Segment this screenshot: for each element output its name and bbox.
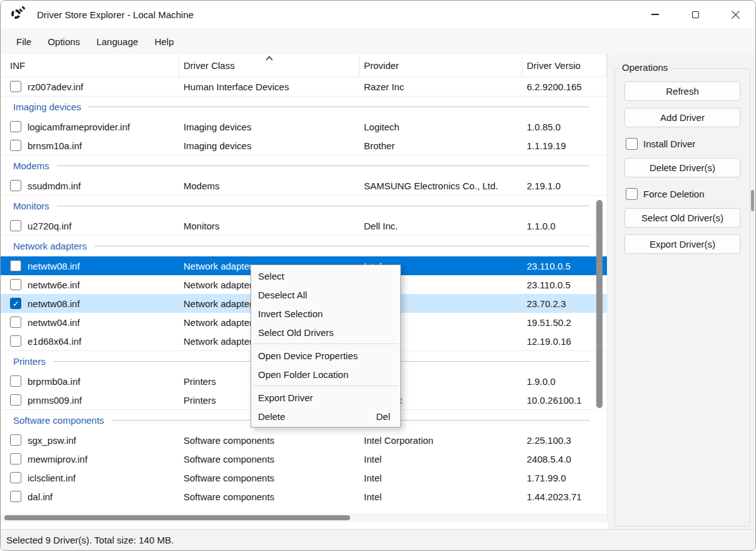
menu-item-language[interactable]: Language — [88, 28, 147, 55]
horizontal-scrollbar-thumb[interactable] — [4, 515, 350, 520]
inf-cell: prnms009.inf — [1, 394, 179, 406]
column-header-inf[interactable]: INF — [1, 55, 179, 76]
context-menu-item-select-old-drivers[interactable]: Select Old Drivers — [251, 323, 400, 342]
context-menu-item-label: Deselect All — [258, 290, 307, 300]
status-bar: Selected 9 Driver(s). Total size: 140 MB… — [1, 529, 755, 550]
menu-item-file[interactable]: File — [8, 28, 39, 55]
row-checkbox[interactable] — [10, 180, 21, 191]
vertical-scrollbar-thumb[interactable] — [596, 200, 603, 408]
checkbox-force-deletion[interactable] — [626, 188, 638, 200]
version-cell: 10.0.26100.1 — [522, 395, 607, 406]
group-header-monitors[interactable]: Monitors — [1, 195, 607, 216]
inf-cell: brnsm10a.inf — [1, 140, 179, 151]
context-menu-item-select[interactable]: Select — [251, 266, 400, 285]
checkbox-install-driver[interactable] — [626, 138, 638, 150]
inf-name: iclsclient.inf — [28, 473, 76, 483]
row-checkbox[interactable] — [10, 434, 21, 446]
row-checkbox[interactable] — [10, 121, 21, 132]
operations-checkbox-install-driver[interactable]: Install Driver — [626, 138, 740, 150]
inf-cell: e1d68x64.inf — [1, 335, 179, 347]
group-header-modems[interactable]: Modems — [1, 155, 607, 176]
operations-button-select-old-driver-s[interactable]: Select Old Driver(s) — [624, 208, 740, 228]
group-header-network-adapters[interactable]: Network adapters — [1, 235, 607, 256]
column-header-driver-class[interactable]: Driver Class — [179, 55, 360, 76]
group-header-imaging-devices[interactable]: Imaging devices — [1, 96, 607, 117]
driver-class-cell: Software components — [179, 491, 360, 502]
menu-item-help[interactable]: Help — [147, 28, 182, 55]
menu-item-options[interactable]: Options — [39, 28, 88, 55]
provider-cell: Dell Inc. — [360, 221, 522, 231]
row-checkbox[interactable] — [10, 81, 21, 92]
driver-row[interactable]: iclsclient.infSoftware componentsIntel1.… — [1, 468, 607, 487]
list-header: INFDriver ClassProviderDriver Versio — [1, 55, 607, 77]
driver-row[interactable]: rz007adev.infHuman Interface DevicesRaze… — [1, 77, 607, 96]
operations-groupbox: Operations RefreshAdd DriverInstall Driv… — [614, 68, 750, 527]
context-menu-item-label: Open Device Properties — [258, 350, 358, 361]
operations-panel: Operations RefreshAdd DriverInstall Driv… — [608, 55, 755, 530]
row-checkbox[interactable] — [10, 472, 21, 483]
driver-row[interactable]: dal.infSoftware componentsIntel1.44.2023… — [1, 487, 607, 506]
column-header-provider[interactable]: Provider — [360, 55, 522, 76]
inf-cell: netwtw04.inf — [1, 317, 179, 328]
context-menu-item-open-folder-location[interactable]: Open Folder Location — [251, 365, 400, 384]
column-header-label: Provider — [364, 60, 399, 71]
provider-cell: Intel — [360, 491, 522, 502]
version-cell: 1.0.85.0 — [522, 122, 607, 132]
context-menu-item-label: Select — [258, 271, 284, 281]
row-checkbox[interactable] — [10, 375, 21, 387]
row-checkbox[interactable] — [10, 394, 21, 406]
inf-cell: netwtw08.inf — [1, 260, 179, 271]
provider-cell: Brother — [360, 140, 522, 151]
column-header-driver-versio[interactable]: Driver Versio — [522, 55, 607, 76]
context-menu-item-export-driver[interactable]: Export Driver — [251, 388, 400, 407]
inf-name: dal.inf — [28, 491, 53, 502]
vertical-scrollbar[interactable] — [596, 77, 603, 511]
inf-name: netwtw08.inf — [28, 261, 80, 271]
operations-button-export-driver-s[interactable]: Export Driver(s) — [624, 234, 740, 254]
row-checkbox[interactable] — [10, 317, 21, 328]
inf-cell: sgx_psw.inf — [1, 434, 179, 446]
context-menu-item-deselect-all[interactable]: Deselect All — [251, 285, 400, 304]
driver-row[interactable]: logicamframeprovider.infImaging devicesL… — [1, 117, 607, 136]
driver-row[interactable]: brnsm10a.infImaging devicesBrother1.1.19… — [1, 136, 607, 155]
checkbox-label-install-driver: Install Driver — [643, 139, 695, 149]
group-header-line — [95, 246, 589, 246]
driver-row[interactable]: mewmiprov.infSoftware componentsIntel240… — [1, 449, 607, 468]
maximize-button[interactable] — [675, 1, 715, 28]
context-menu-item-open-device-properties[interactable]: Open Device Properties — [251, 346, 400, 365]
provider-cell: Logitech — [360, 122, 522, 132]
operations-button-delete-driver-s[interactable]: Delete Driver(s) — [624, 158, 740, 177]
provider-cell: Razer Inc — [360, 81, 522, 92]
driver-row[interactable]: sgx_psw.infSoftware componentsIntel Corp… — [1, 431, 607, 449]
operations-button-add-driver[interactable]: Add Driver — [624, 108, 740, 127]
gear-icon — [11, 9, 21, 19]
row-checkbox[interactable] — [10, 260, 21, 271]
operations-button-refresh[interactable]: Refresh — [624, 81, 740, 101]
context-menu: SelectDeselect AllInvert SelectionSelect… — [251, 265, 401, 428]
row-checkbox[interactable] — [10, 335, 21, 347]
minimize-button[interactable] — [635, 1, 675, 28]
row-checkbox[interactable] — [10, 491, 21, 502]
row-checkbox[interactable] — [10, 220, 21, 231]
row-checkbox[interactable] — [10, 279, 21, 290]
version-cell: 2.25.100.3 — [522, 435, 607, 446]
row-checkbox[interactable] — [10, 453, 21, 464]
context-menu-item-label: Delete — [258, 411, 285, 422]
window-scrollbar-thumb[interactable] — [751, 190, 754, 211]
version-cell: 23.110.0.5 — [522, 280, 607, 290]
inf-name: brprmb0a.inf — [28, 376, 80, 387]
inf-name: logicamframeprovider.inf — [28, 122, 130, 132]
inf-cell: netwtw08.inf — [1, 298, 179, 309]
driver-row[interactable]: u2720q.infMonitorsDell Inc.1.1.0.0 — [1, 216, 607, 235]
context-menu-item-invert-selection[interactable]: Invert Selection — [251, 304, 400, 323]
row-checkbox[interactable] — [10, 140, 21, 151]
driver-row[interactable]: ssudmdm.infModemsSAMSUNG Electronics Co.… — [1, 176, 607, 195]
group-header-label: Network adapters — [13, 241, 87, 251]
horizontal-scrollbar[interactable] — [1, 513, 607, 522]
context-menu-item-delete[interactable]: DeleteDel — [251, 407, 400, 426]
operations-checkbox-force-deletion[interactable]: Force Deletion — [626, 188, 740, 200]
close-button[interactable] — [715, 1, 755, 28]
row-checkbox[interactable] — [10, 298, 21, 309]
context-menu-item-label: Export Driver — [258, 392, 313, 403]
window-title: Driver Store Explorer - Local Machine — [37, 9, 194, 20]
